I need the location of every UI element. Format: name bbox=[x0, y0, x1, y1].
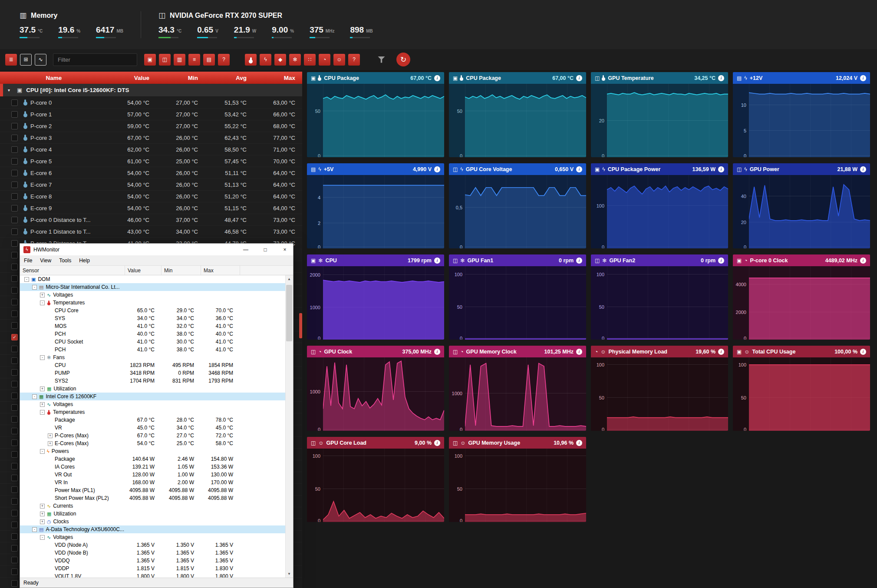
tree-row[interactable]: Short Power Max (PL2)4095.88 W4095.88 W4… bbox=[20, 494, 285, 502]
sensor-checkbox[interactable] bbox=[11, 111, 18, 118]
sensor-checkbox[interactable] bbox=[11, 346, 18, 352]
column-header-sensor[interactable]: Sensor bbox=[20, 266, 125, 275]
other-source-filter[interactable]: ? bbox=[218, 54, 230, 66]
window-scrollbar[interactable]: ▲▼ bbox=[285, 275, 293, 578]
reset-button[interactable]: ↻ bbox=[396, 53, 410, 66]
gpu-source-filter[interactable]: ◫ bbox=[159, 54, 171, 66]
panel-cpu-package-1[interactable]: ▣CPU Package67,00 °Ci500 bbox=[307, 72, 444, 157]
tree-row[interactable]: +▦Utilization bbox=[20, 510, 285, 518]
tree-row[interactable]: -▣DOM bbox=[20, 275, 285, 283]
sensor-checkbox[interactable] bbox=[11, 439, 18, 446]
sensor-checkbox[interactable] bbox=[11, 170, 18, 176]
tree-expander-expanded[interactable]: - bbox=[32, 527, 37, 532]
tree-expander-collapsed[interactable]: + bbox=[48, 433, 53, 438]
tree-row[interactable]: VDD (Node B)1.365 V1.365 V1.365 V bbox=[20, 549, 285, 557]
sensor-checkbox[interactable] bbox=[11, 357, 18, 364]
tree-row[interactable]: CPU Socket41.0 °C30.0 °C41.0 °C bbox=[20, 338, 285, 346]
sensor-checkbox[interactable] bbox=[11, 580, 18, 587]
filter-input[interactable] bbox=[53, 53, 137, 66]
sensor-checkbox[interactable] bbox=[11, 522, 18, 528]
sensor-checkbox[interactable] bbox=[11, 228, 18, 235]
info-icon[interactable]: i bbox=[860, 166, 866, 172]
tree-expander-expanded[interactable]: - bbox=[40, 410, 45, 415]
tree-row[interactable]: Package140.64 W2.46 W154.80 W bbox=[20, 455, 285, 463]
tree-row[interactable]: +E-Cores (Max)54.0 °C25.0 °C58.0 °C bbox=[20, 439, 285, 447]
sensor-checkbox[interactable] bbox=[11, 275, 18, 282]
tree-expander-collapsed[interactable]: + bbox=[40, 504, 45, 509]
hwmonitor-window[interactable]: ϟHWMonitor—□×FileViewToolsHelpSensorValu… bbox=[20, 243, 293, 588]
info-icon[interactable]: i bbox=[718, 75, 724, 81]
sensor-checkbox[interactable] bbox=[11, 240, 18, 247]
sensor-checkbox[interactable] bbox=[11, 299, 18, 305]
ram-source-filter[interactable]: ▤ bbox=[203, 54, 215, 66]
sensor-checkbox[interactable]: ✓ bbox=[11, 334, 18, 340]
sensor-checkbox[interactable] bbox=[11, 322, 18, 329]
sensor-checkbox[interactable] bbox=[11, 404, 18, 411]
tree-row[interactable]: CPU Core65.0 °C29.0 °C70.0 °C bbox=[20, 307, 285, 314]
sensor-row[interactable]: E-core 854,00 °C26,00 °C51,20 °C64,00 °C bbox=[0, 191, 302, 202]
sensor-row[interactable]: P-core 367,00 °C26,00 °C62,43 °C77,00 °C bbox=[0, 132, 302, 144]
sensor-checkbox[interactable] bbox=[11, 498, 18, 505]
sensor-row[interactable]: E-core 754,00 °C26,00 °C51,13 °C64,00 °C bbox=[0, 179, 302, 191]
tree-expander-collapsed[interactable]: + bbox=[40, 386, 45, 391]
tree-row[interactable]: +▦Utilization bbox=[20, 385, 285, 393]
menu-item-view[interactable]: View bbox=[36, 258, 55, 264]
tree-row[interactable]: VR In168.00 W2.00 W170.00 W bbox=[20, 479, 285, 486]
panel-gpu-power[interactable]: ◫ϟGPU Power21,88 Wi40200 bbox=[733, 163, 870, 248]
tree-row[interactable]: CPU1823 RPM495 RPM1854 RPM bbox=[20, 361, 285, 369]
sensor-checkbox[interactable] bbox=[11, 158, 18, 165]
panel-gpu-core-load[interactable]: ◫☺GPU Core Load9,00 %i100500 bbox=[307, 437, 444, 522]
scrollbar-down-arrow[interactable]: ▼ bbox=[286, 570, 293, 578]
info-icon[interactable]: i bbox=[434, 349, 440, 355]
sensor-checkbox[interactable] bbox=[11, 568, 18, 575]
info-icon[interactable]: i bbox=[434, 258, 440, 264]
panel-total-cpu-usage[interactable]: ▣☺Total CPU Usage100,00 %i100500 bbox=[733, 346, 870, 431]
sensor-checkbox[interactable] bbox=[11, 393, 18, 399]
sensor-checkbox[interactable] bbox=[11, 311, 18, 317]
maximize-button[interactable]: □ bbox=[257, 244, 274, 255]
column-header-value[interactable]: Value bbox=[108, 75, 156, 81]
sensor-row[interactable]: P-core 462,00 °C26,00 °C58,50 °C71,00 °C bbox=[0, 144, 302, 155]
cpu-source-filter[interactable]: ▣ bbox=[144, 54, 156, 66]
sensor-checkbox[interactable] bbox=[11, 475, 18, 481]
sensor-row[interactable]: P-core 259,00 °C27,00 °C55,22 °C68,00 °C bbox=[0, 120, 302, 132]
tree-row[interactable]: -Temperatures bbox=[20, 408, 285, 416]
column-header-avg[interactable]: Avg bbox=[205, 75, 254, 81]
sensor-checkbox[interactable] bbox=[11, 146, 18, 153]
menu-item-help[interactable]: Help bbox=[75, 258, 94, 264]
tree-row[interactable]: -✻Fans bbox=[20, 353, 285, 361]
panel-plus-5v[interactable]: ▤ϟ+5V4,990 Vi420 bbox=[307, 163, 444, 248]
sensor-checkbox[interactable] bbox=[11, 557, 18, 563]
window-titlebar[interactable]: ϟHWMonitor—□× bbox=[20, 244, 293, 255]
info-icon[interactable]: i bbox=[718, 349, 724, 355]
info-icon[interactable]: i bbox=[576, 349, 582, 355]
unknown-filter[interactable]: ? bbox=[348, 54, 360, 66]
sensor-checkbox[interactable] bbox=[11, 123, 18, 129]
tree-row[interactable]: PUMP3418 RPM0 RPM3468 RPM bbox=[20, 369, 285, 377]
minimize-button[interactable]: — bbox=[237, 244, 254, 255]
tree-row[interactable]: +◷Clocks bbox=[20, 518, 285, 525]
tree-row[interactable]: SYS21704 RPM831 RPM1793 RPM bbox=[20, 377, 285, 385]
tree-row[interactable]: SYS34.0 °C34.0 °C36.0 °C bbox=[20, 314, 285, 322]
tree-row[interactable]: VR45.0 °C34.0 °C45.0 °C bbox=[20, 424, 285, 432]
tree-row[interactable]: VDDP1.815 V1.815 V1.830 V bbox=[20, 565, 285, 572]
panel-gpu-core-voltage[interactable]: ◫ϟGPU Core Voltage0,650 Vi0,50 bbox=[449, 163, 586, 248]
tree-row[interactable]: +∿Voltages bbox=[20, 400, 285, 408]
voltage-filter[interactable]: ◆ bbox=[274, 54, 286, 66]
tree-expander-collapsed[interactable]: + bbox=[40, 519, 45, 524]
column-header-min[interactable]: Min bbox=[162, 266, 201, 275]
sensor-row[interactable]: E-core 654,00 °C26,00 °C51,11 °C64,00 °C bbox=[0, 167, 302, 179]
info-icon[interactable]: i bbox=[576, 166, 582, 172]
tree-row[interactable]: Package67.0 °C28.0 °C78.0 °C bbox=[20, 416, 285, 424]
sensor-checkbox[interactable] bbox=[11, 193, 18, 200]
tree-expander-collapsed[interactable]: + bbox=[40, 293, 45, 297]
info-icon[interactable]: i bbox=[434, 75, 440, 81]
tree-expander-collapsed[interactable]: + bbox=[40, 402, 45, 407]
tree-row[interactable]: Power Max (PL1)4095.88 W4095.88 W4095.88… bbox=[20, 486, 285, 494]
panel-p-core-0-clock[interactable]: ▣◔P-core 0 Clock4489,02 MHzi400020000 bbox=[733, 254, 870, 340]
tree-expander-expanded[interactable]: - bbox=[32, 285, 37, 290]
tree-row[interactable]: +∿Voltages bbox=[20, 291, 285, 299]
sensor-checkbox[interactable] bbox=[11, 510, 18, 516]
sensor-checkbox[interactable] bbox=[11, 428, 18, 434]
tree-row[interactable]: MOS41.0 °C32.0 °C41.0 °C bbox=[20, 322, 285, 330]
